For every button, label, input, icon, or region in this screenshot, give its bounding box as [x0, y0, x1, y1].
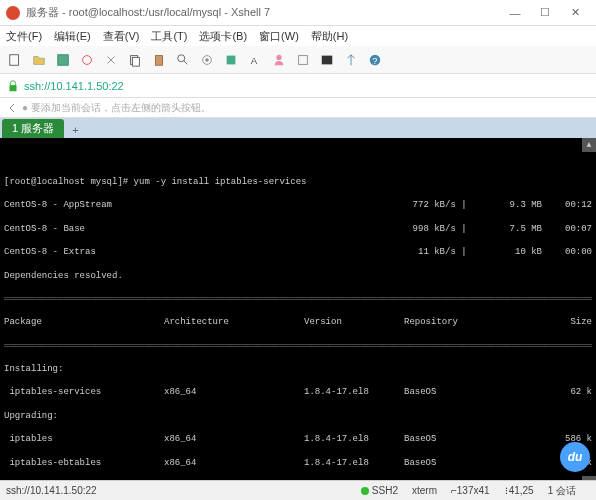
status-pos: ⫶ 41,25 — [504, 485, 534, 496]
svg-rect-13 — [322, 55, 333, 64]
svg-rect-9 — [227, 55, 236, 64]
pkg-row: iptables-servicesx86_641.8.4-17.el8BaseO… — [4, 387, 592, 399]
svg-rect-1 — [58, 54, 69, 65]
menu-tools[interactable]: 工具(T) — [151, 29, 187, 44]
maximize-button[interactable]: ☐ — [530, 6, 560, 19]
properties-button[interactable] — [196, 49, 218, 71]
svg-point-11 — [276, 54, 281, 59]
lock-icon — [6, 79, 20, 93]
menu-help[interactable]: 帮助(H) — [311, 29, 348, 44]
prompt-line: [root@localhost mysql]# yum -y install i… — [4, 177, 592, 189]
status-sessions: 1 会话 — [548, 484, 576, 498]
scroll-up-button[interactable]: ▲ — [582, 138, 596, 152]
svg-point-2 — [83, 55, 92, 64]
copy-button[interactable] — [124, 49, 146, 71]
user-button[interactable] — [268, 49, 290, 71]
menubar: 文件(F) 编辑(E) 查看(V) 工具(T) 选项卡(B) 窗口(W) 帮助(… — [0, 26, 596, 46]
transfer-button[interactable] — [340, 49, 362, 71]
open-button[interactable] — [28, 49, 50, 71]
arrow-left-icon[interactable] — [6, 102, 18, 114]
titlebar: 服务器 - root@localhost:/usr/local/mysql - … — [0, 0, 596, 26]
svg-point-6 — [178, 54, 185, 61]
status-connection: ssh://10.141.1.50:22 — [6, 485, 97, 496]
repo-row: CentOS-8 - AppStream772 kB/s | 9.3 MB00:… — [4, 200, 592, 212]
svg-rect-16 — [10, 85, 17, 91]
help-button[interactable]: ? — [364, 49, 386, 71]
color-button[interactable] — [220, 49, 242, 71]
menu-view[interactable]: 查看(V) — [103, 29, 140, 44]
address-text[interactable]: ssh://10.141.1.50:22 — [24, 80, 124, 92]
repo-row: CentOS-8 - Extras11 kB/s | 10 kB00:00 — [4, 247, 592, 259]
hint-text: ● 要添加当前会话，点击左侧的箭头按钮。 — [22, 101, 211, 115]
pkg-row: iptablesx86_641.8.4-17.el8BaseOS586 k — [4, 434, 592, 446]
divider: ════════════════════════════════════════… — [4, 341, 592, 353]
section-installing: Installing: — [4, 364, 592, 376]
menu-window[interactable]: 窗口(W) — [259, 29, 299, 44]
save-button[interactable] — [52, 49, 74, 71]
status-size: ⌐ 137x41 — [451, 485, 490, 496]
led-icon — [361, 487, 369, 495]
hint-bar: ● 要添加当前会话，点击左侧的箭头按钮。 — [0, 98, 596, 118]
menu-file[interactable]: 文件(F) — [6, 29, 42, 44]
terminal-output[interactable]: ▲ ▼ [root@localhost mysql]# yum -y insta… — [0, 138, 596, 490]
find-button[interactable] — [172, 49, 194, 71]
svg-rect-12 — [299, 55, 308, 64]
divider: ════════════════════════════════════════… — [4, 294, 592, 306]
dep-resolved: Dependencies resolved. — [4, 271, 592, 283]
terminal-button[interactable] — [316, 49, 338, 71]
new-session-button[interactable] — [4, 49, 26, 71]
svg-rect-0 — [10, 54, 19, 65]
minimize-button[interactable]: — — [500, 7, 530, 19]
tab-bar: 1 服务器 + — [0, 118, 596, 138]
close-button[interactable]: ✕ — [560, 6, 590, 19]
toolbar: A ? — [0, 46, 596, 74]
app-logo-icon — [6, 6, 20, 20]
paste-button[interactable] — [148, 49, 170, 71]
window-title: 服务器 - root@localhost:/usr/local/mysql - … — [26, 5, 500, 20]
svg-text:?: ? — [372, 55, 377, 65]
du-widget[interactable]: du — [560, 442, 590, 472]
svg-rect-4 — [132, 57, 139, 66]
new-tab-button[interactable]: + — [64, 122, 86, 138]
menu-tabs[interactable]: 选项卡(B) — [199, 29, 247, 44]
status-ssh: SSH2 — [361, 485, 398, 496]
pkg-row: iptables-ebtablesx86_641.8.4-17.el8BaseO… — [4, 458, 592, 470]
font-button[interactable]: A — [244, 49, 266, 71]
svg-rect-5 — [156, 55, 163, 65]
address-bar: ssh://10.141.1.50:22 — [0, 74, 596, 98]
svg-point-8 — [205, 58, 209, 62]
status-bar: ssh://10.141.1.50:22 SSH2 xterm ⌐ 137x41… — [0, 480, 596, 500]
connect-button[interactable] — [76, 49, 98, 71]
repo-row: CentOS-8 - Base998 kB/s | 7.5 MB00:07 — [4, 224, 592, 236]
svg-text:A: A — [251, 54, 258, 65]
script-button[interactable] — [292, 49, 314, 71]
section-upgrading: Upgrading: — [4, 411, 592, 423]
status-term: xterm — [412, 485, 437, 496]
session-tab[interactable]: 1 服务器 — [2, 119, 64, 138]
disconnect-button[interactable] — [100, 49, 122, 71]
pkg-header: PackageArchitectureVersionRepositorySize — [4, 317, 592, 329]
menu-edit[interactable]: 编辑(E) — [54, 29, 91, 44]
